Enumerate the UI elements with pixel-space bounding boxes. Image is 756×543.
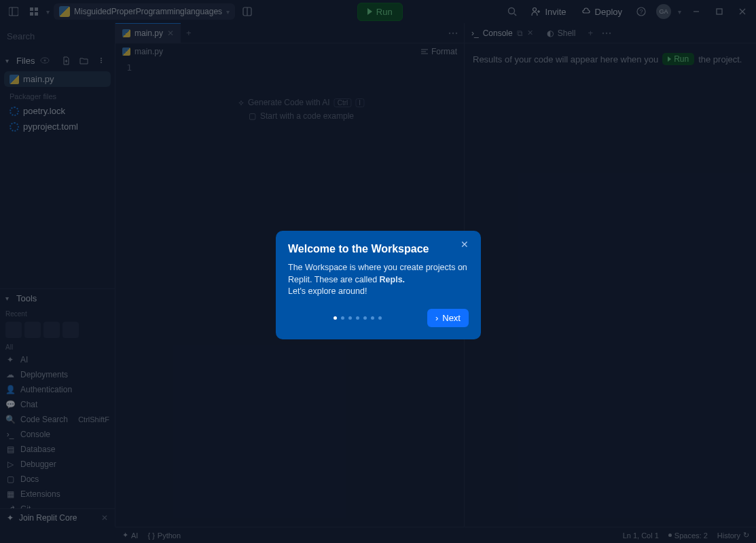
step-dot[interactable]	[348, 316, 352, 320]
next-button[interactable]: › Next	[427, 309, 469, 327]
step-dot[interactable]	[356, 316, 359, 320]
step-dots	[334, 316, 382, 320]
chevron-right-icon: ›	[435, 313, 438, 323]
step-dot[interactable]	[363, 316, 367, 320]
step-dot[interactable]	[341, 316, 344, 320]
modal-text-bold: Repls.	[380, 275, 406, 284]
modal-title: Welcome to the Workspace	[288, 243, 469, 255]
step-dot[interactable]	[378, 316, 382, 320]
modal-footer: › Next	[288, 309, 469, 327]
modal-text-1: The Workspace is where you create projec…	[288, 263, 467, 284]
close-modal-button[interactable]: ✕	[461, 239, 473, 251]
step-dot[interactable]	[334, 316, 337, 320]
next-label: Next	[442, 313, 461, 323]
modal-text-2: Let's explore around!	[288, 286, 367, 296]
step-dot[interactable]	[371, 316, 374, 320]
welcome-modal: ✕ Welcome to the Workspace The Workspace…	[276, 231, 481, 339]
modal-text: The Workspace is where you create projec…	[288, 262, 469, 298]
